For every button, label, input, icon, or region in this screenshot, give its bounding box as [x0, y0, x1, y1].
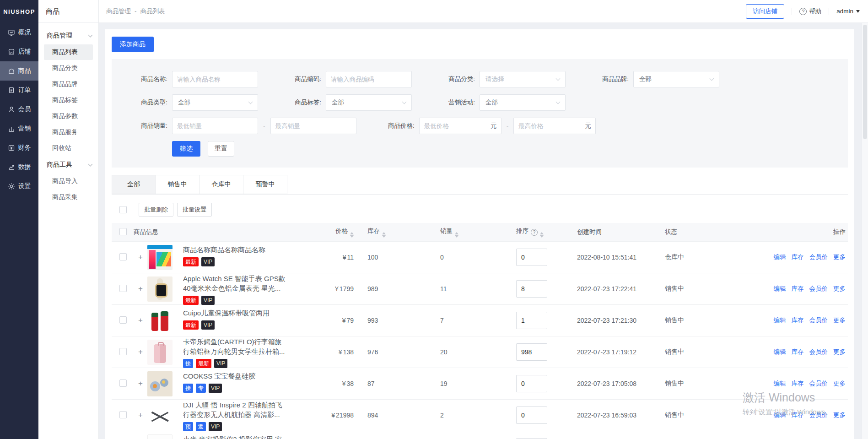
submenu-item-goods-collect[interactable]: 商品采集 [44, 190, 93, 205]
help-icon[interactable]: ? [531, 229, 538, 236]
tab-3[interactable]: 预警中 [243, 175, 287, 194]
action-link-1[interactable]: 库存 [792, 411, 804, 419]
expand-row-toggle[interactable]: + [134, 253, 147, 262]
row-checkbox[interactable] [119, 411, 127, 418]
action-link-0[interactable]: 编辑 [774, 348, 786, 356]
row-checkbox[interactable] [119, 285, 127, 292]
expand-row-toggle[interactable]: + [134, 284, 147, 293]
action-link-3[interactable]: 更多 [833, 411, 846, 419]
action-link-1[interactable]: 库存 [792, 379, 804, 388]
action-link-2[interactable]: 会员价 [809, 348, 828, 356]
filter-submit-button[interactable]: 筛选 [172, 141, 200, 157]
action-link-2[interactable]: 会员价 [809, 253, 828, 261]
scrollbar[interactable] [862, 23, 868, 439]
user-menu[interactable]: admin [836, 8, 860, 15]
help-menu[interactable]: ? 帮助 [799, 7, 821, 16]
action-link-2[interactable]: 会员价 [809, 411, 828, 419]
row-checkbox[interactable] [119, 379, 127, 387]
expand-row-toggle[interactable]: + [134, 379, 147, 388]
sort-order-input[interactable] [516, 312, 547, 329]
sidebar-item-members[interactable]: 会员 [0, 100, 38, 119]
sort-carets-icon[interactable] [382, 232, 386, 238]
visit-shop-button[interactable]: 访问店铺 [746, 4, 784, 19]
expand-row-toggle[interactable]: + [134, 411, 147, 420]
submenu-item-goods-params[interactable]: 商品参数 [44, 108, 93, 124]
expand-row-toggle[interactable]: + [134, 316, 147, 325]
submenu-item-goods-category[interactable]: 商品分类 [44, 60, 93, 76]
submenu-group-goods-manage[interactable]: 商品管理 [38, 27, 98, 44]
sidebar-item-marketing[interactable]: 营销 [0, 119, 38, 138]
tag-select[interactable]: 全部 [326, 94, 412, 111]
sidebar-item-orders[interactable]: 订单 [0, 81, 38, 100]
tab-2[interactable]: 仓库中 [199, 175, 243, 194]
action-link-0[interactable]: 编辑 [774, 285, 786, 293]
price-min-input[interactable] [419, 118, 501, 134]
batch-set-button[interactable]: 批量设置 [177, 203, 212, 217]
breadcrumb-item-parent[interactable]: 商品管理 [106, 7, 131, 16]
expand-row-toggle[interactable]: + [134, 347, 147, 357]
action-link-3[interactable]: 更多 [833, 285, 846, 293]
sales-min-input[interactable] [172, 118, 258, 134]
action-link-3[interactable]: 更多 [833, 348, 846, 356]
sort-order-input[interactable] [516, 249, 547, 266]
product-image [147, 340, 173, 365]
submenu-item-goods-label[interactable]: 商品标签 [44, 92, 93, 108]
row-checkbox[interactable] [119, 253, 127, 260]
brand-select[interactable]: 全部 [633, 71, 719, 87]
scrollbar-thumb[interactable] [863, 25, 867, 139]
action-link-0[interactable]: 编辑 [774, 253, 786, 261]
sort-order-input[interactable] [516, 343, 547, 361]
action-link-1[interactable]: 库存 [792, 348, 804, 356]
sidebar-item-settings[interactable]: 设置 [0, 177, 38, 196]
sales-max-input[interactable] [270, 118, 356, 134]
submenu-nav: 商品管理 商品列表 商品分类 商品品牌 商品标签 商品参数 商品服务 回收站 商… [38, 23, 98, 205]
sort-order-input[interactable] [516, 375, 547, 392]
submenu-item-label: 商品参数 [52, 112, 78, 120]
action-link-3[interactable]: 更多 [833, 379, 846, 388]
row-checkbox[interactable] [119, 348, 127, 355]
product-image [147, 403, 173, 428]
submenu-item-goods-brand[interactable]: 商品品牌 [44, 76, 93, 92]
sort-carets-icon[interactable] [350, 232, 354, 238]
action-link-1[interactable]: 库存 [792, 316, 804, 325]
action-link-1[interactable]: 库存 [792, 253, 804, 261]
filter-reset-button[interactable]: 重置 [208, 141, 234, 157]
sidebar-item-data[interactable]: 数据 [0, 157, 38, 177]
price-max-input[interactable] [513, 118, 596, 134]
submenu-item-goods-list[interactable]: 商品列表 [44, 44, 93, 60]
action-link-2[interactable]: 会员价 [809, 285, 828, 293]
submenu-item-goods-import[interactable]: 商品导入 [44, 173, 93, 189]
action-link-3[interactable]: 更多 [833, 316, 846, 325]
select-all-checkbox[interactable] [119, 206, 127, 213]
sort-carets-icon[interactable] [540, 232, 544, 238]
action-link-2[interactable]: 会员价 [809, 379, 828, 388]
action-link-0[interactable]: 编辑 [774, 411, 786, 419]
batch-delete-button[interactable]: 批量删除 [139, 203, 173, 217]
sort-carets-icon[interactable] [455, 232, 458, 238]
sidebar-item-finance[interactable]: 财务 [0, 138, 38, 157]
action-link-0[interactable]: 编辑 [774, 316, 786, 325]
tab-1[interactable]: 销售中 [156, 175, 199, 194]
overview-icon [8, 29, 15, 36]
action-link-1[interactable]: 库存 [792, 285, 804, 293]
action-link-0[interactable]: 编辑 [774, 379, 786, 388]
add-product-button[interactable]: 添加商品 [112, 37, 154, 52]
sidebar-item-goods[interactable]: 商品 [0, 61, 38, 81]
category-select[interactable]: 请选择 [480, 71, 566, 87]
action-link-3[interactable]: 更多 [833, 253, 846, 261]
submenu-group-goods-tools[interactable]: 商品工具 [38, 157, 98, 173]
submenu-item-goods-service[interactable]: 商品服务 [44, 125, 93, 140]
sort-order-input[interactable] [516, 280, 547, 298]
product-code-input[interactable] [326, 71, 412, 87]
activity-select[interactable]: 全部 [480, 94, 566, 111]
product-name-input[interactable] [172, 71, 258, 87]
tab-0[interactable]: 全部 [112, 175, 156, 194]
type-select[interactable]: 全部 [172, 94, 258, 111]
sidebar-item-overview[interactable]: 概况 [0, 23, 38, 42]
submenu-item-recycle-bin[interactable]: 回收站 [44, 141, 93, 156]
sidebar-item-shop[interactable]: 店铺 [0, 42, 38, 61]
action-link-2[interactable]: 会员价 [809, 316, 828, 325]
select-all-checkbox[interactable] [119, 228, 127, 235]
row-checkbox[interactable] [119, 316, 127, 324]
sort-order-input[interactable] [516, 406, 547, 424]
